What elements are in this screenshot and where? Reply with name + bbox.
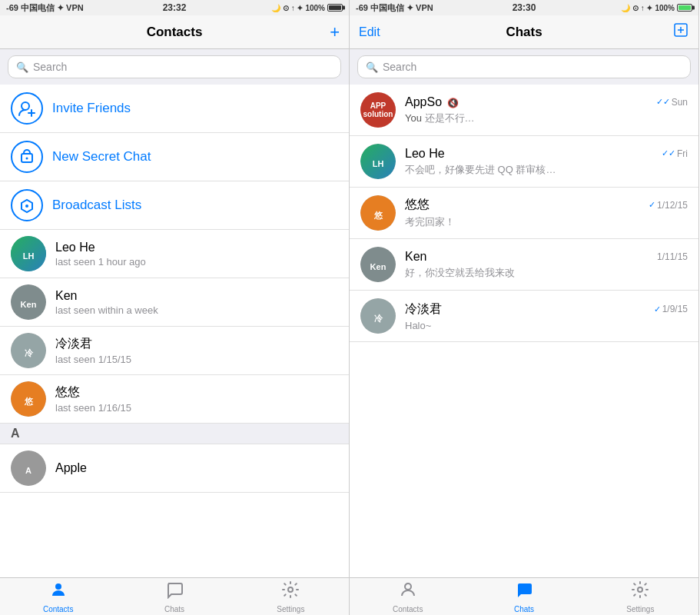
status-bar-right: -69 中国电信 ✦ VPN 23:30 🌙 ⊙ ↑ ✦ 100% <box>350 0 698 15</box>
chat-name-appso: AppSo 🔇 <box>405 95 459 109</box>
chat-row-lengdan-right[interactable]: 冷 冷淡君 ✓ 1/9/15 Halo~ <box>350 291 698 342</box>
contacts-tab-icon-right <box>399 580 417 603</box>
status-time: 23:32 <box>163 2 187 13</box>
contact-sub-youyou: last seen 1/16/15 <box>55 402 338 414</box>
tab-contacts-right[interactable]: Contacts <box>350 580 466 613</box>
chat-name-leo-he: Leo He <box>405 147 445 161</box>
tick-leo-he: ✓✓ <box>662 148 675 158</box>
svg-text:LH: LH <box>23 251 35 261</box>
contacts-tab-label-right: Contacts <box>393 605 423 613</box>
invite-friends-icon <box>11 92 43 125</box>
nav-title-contacts: Contacts <box>147 25 203 40</box>
chat-info-youyou: 悠悠 ✓ 1/12/15 考完回家！ <box>405 197 688 229</box>
search-icon-left: 🔍 <box>16 62 28 73</box>
edit-button[interactable]: Edit <box>359 25 380 39</box>
status-bar-left: -69 中国电信 ✦ VPN 23:32 🌙 ⊙ ↑ ✦ 100% <box>0 0 349 15</box>
svg-point-0 <box>22 102 29 110</box>
contact-name-youyou: 悠悠 <box>55 384 338 401</box>
chat-info-appso: AppSo 🔇 ✓✓ Sun You 还是不行… <box>405 95 688 125</box>
tab-settings-left[interactable]: Settings <box>233 580 349 613</box>
chat-row-youyou-right[interactable]: 悠 悠悠 ✓ 1/12/15 考完回家！ <box>350 188 698 239</box>
chats-search-bar: 🔍 Search <box>350 49 698 85</box>
contact-sub-leo-he: last seen 1 hour ago <box>55 256 338 268</box>
battery-icon <box>327 4 343 12</box>
chats-tab-bar: Contacts Chats Settings <box>350 577 698 615</box>
chat-time-appso: ✓✓ Sun <box>656 97 688 108</box>
contact-row-youyou[interactable]: 悠 悠悠 last seen 1/16/15 <box>0 375 349 424</box>
avatar-youyou: 悠 <box>11 381 46 417</box>
chats-tab-icon-right <box>515 580 533 603</box>
chat-preview-leo-he: 不会吧，好像要先进 QQ 群审核… <box>405 163 688 177</box>
svg-point-17 <box>288 587 293 592</box>
search-icon-right: 🔍 <box>366 62 378 73</box>
svg-text:A: A <box>25 466 32 475</box>
chat-name-lengdan: 冷淡君 <box>405 301 442 317</box>
avatar-lengdan: 冷 <box>11 333 46 368</box>
chats-search-field[interactable]: 🔍 Search <box>357 55 691 78</box>
svg-text:Ken: Ken <box>21 300 37 309</box>
contacts-search-field[interactable]: 🔍 Search <box>8 55 341 78</box>
contact-sub-ken: last seen within a week <box>55 304 338 316</box>
chat-top-leo-he: Leo He ✓✓ Fri <box>405 147 688 161</box>
invite-friends-item[interactable]: Invite Friends <box>0 85 349 133</box>
contacts-tab-label-left: Contacts <box>43 605 73 613</box>
svg-point-30 <box>638 587 642 592</box>
status-icons: 🌙 ⊙ ↑ ✦ <box>271 4 303 12</box>
avatar-apple: A <box>11 450 46 486</box>
tab-settings-right[interactable]: Settings <box>582 580 698 613</box>
tab-chats-right[interactable]: Chats <box>466 580 582 613</box>
chat-top-youyou: 悠悠 ✓ 1/12/15 <box>405 197 688 213</box>
chat-row-leo-he-right[interactable]: LH Leo He ✓✓ Fri 不会吧，好像要先进 QQ 群审核… <box>350 136 698 188</box>
battery-percent-right: 100% <box>655 4 675 12</box>
avatar-ken-right: Ken <box>360 247 396 282</box>
svg-text:冷: 冷 <box>374 314 383 323</box>
chat-top-ken: Ken 1/11/15 <box>405 250 688 264</box>
contact-row-leo-he[interactable]: LH Leo He last seen 1 hour ago <box>0 230 349 278</box>
status-time-right: 23:30 <box>513 2 536 13</box>
tab-chats-left[interactable]: Chats <box>116 580 232 613</box>
avatar-leo-he-right: LH <box>360 144 396 179</box>
contact-row-apple[interactable]: A Apple <box>0 444 349 493</box>
nav-title-chats: Chats <box>506 25 542 40</box>
contacts-tab-icon <box>49 580 68 603</box>
contact-name-lengdan: 冷淡君 <box>55 336 338 352</box>
status-left: -69 中国电信 ✦ VPN <box>6 2 84 14</box>
broadcast-lists-item[interactable]: Broadcast Lists <box>0 181 349 230</box>
chat-row-appso[interactable]: APPsolution AppSo 🔇 ✓✓ Sun You 还是不行… <box>350 85 698 136</box>
contact-row-lengdan[interactable]: 冷 冷淡君 last seen 1/15/15 <box>0 327 349 375</box>
new-secret-chat-item[interactable]: New Secret Chat <box>0 133 349 181</box>
svg-text:Ken: Ken <box>370 262 386 271</box>
contacts-list: Invite Friends New Secret Chat Broadc <box>0 85 349 577</box>
status-right: 🌙 ⊙ ↑ ✦ 100% <box>271 4 343 12</box>
contact-info-apple: Apple <box>55 461 338 475</box>
battery-percent: 100% <box>305 4 325 12</box>
avatar-lengdan-right: 冷 <box>360 298 396 334</box>
avatar-leo-he: LH <box>11 236 46 271</box>
contact-info-leo-he: Leo He last seen 1 hour ago <box>55 241 338 268</box>
chat-info-lengdan: 冷淡君 ✓ 1/9/15 Halo~ <box>405 301 688 331</box>
chats-tab-icon-left <box>165 580 184 603</box>
svg-text:悠: 悠 <box>373 211 383 220</box>
svg-text:悠: 悠 <box>24 397 34 406</box>
svg-text:LH: LH <box>373 159 384 168</box>
add-contact-button[interactable]: + <box>330 22 340 42</box>
chat-info-leo-he: Leo He ✓✓ Fri 不会吧，好像要先进 QQ 群审核… <box>405 147 688 177</box>
contacts-panel: -69 中国电信 ✦ VPN 23:32 🌙 ⊙ ↑ ✦ 100% Contac… <box>0 0 350 615</box>
chats-tab-label-right: Chats <box>514 605 534 613</box>
avatar-appso: APPsolution <box>360 92 396 128</box>
compose-button[interactable] <box>672 22 689 42</box>
contact-row-ken[interactable]: Ken Ken last seen within a week <box>0 278 349 327</box>
chat-time-leo-he: ✓✓ Fri <box>662 148 688 159</box>
chat-top-appso: AppSo 🔇 ✓✓ Sun <box>405 95 688 109</box>
svg-point-5 <box>25 204 28 208</box>
svg-point-16 <box>55 583 61 590</box>
chat-time-ken: 1/11/15 <box>657 251 688 262</box>
chat-row-ken-right[interactable]: Ken Ken 1/11/15 好，你没空就丢给我来改 <box>350 239 698 291</box>
contact-name-leo-he: Leo He <box>55 241 338 254</box>
chat-preview-lengdan: Halo~ <box>405 320 688 331</box>
contact-info-lengdan: 冷淡君 last seen 1/15/15 <box>55 336 338 365</box>
chats-tab-label-left: Chats <box>164 605 184 613</box>
tab-contacts-left[interactable]: Contacts <box>0 580 116 613</box>
chat-name-youyou: 悠悠 <box>405 197 430 213</box>
status-right-right: 🌙 ⊙ ↑ ✦ 100% <box>621 4 692 12</box>
